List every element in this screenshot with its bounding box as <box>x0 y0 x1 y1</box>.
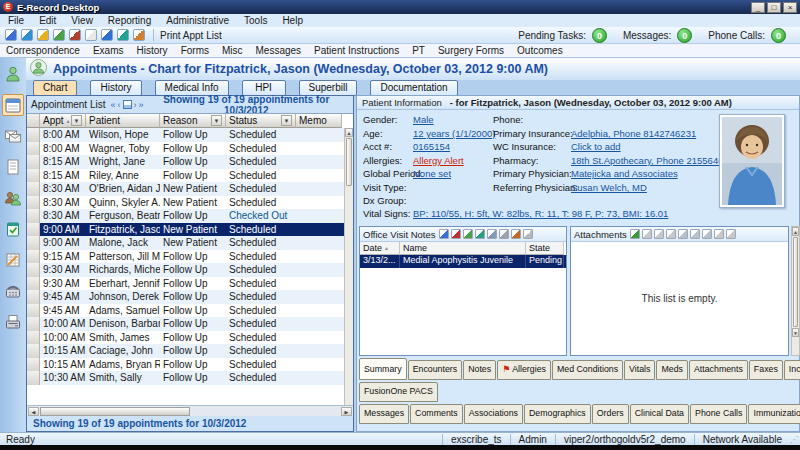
row-selector[interactable] <box>27 169 40 183</box>
chart-tab-documentation[interactable]: Documentation <box>370 80 457 96</box>
row-selector[interactable] <box>27 236 40 250</box>
row-selector[interactable] <box>27 128 40 142</box>
patient-icon[interactable] <box>2 63 24 85</box>
scroll-thumb[interactable] <box>346 138 352 186</box>
web-icon[interactable] <box>101 29 113 41</box>
view-attachment-icon[interactable] <box>654 229 664 239</box>
tab-encounters[interactable]: Encounters <box>408 360 463 380</box>
nav-item-forms[interactable]: Forms <box>181 45 209 56</box>
appointment-row[interactable]: 8:30 AMO'Brien, Aidan J.New PatientSched… <box>27 182 344 196</box>
scroll-up-icon[interactable]: ▲ <box>345 128 353 137</box>
menu-item-tools[interactable]: Tools <box>244 15 267 26</box>
send-receive-icon[interactable] <box>117 29 129 41</box>
nav-item-history[interactable]: History <box>137 45 168 56</box>
appointment-row[interactable]: 9:45 AMJohnson, DerekFollow UpScheduled <box>27 290 344 304</box>
column-header-memo[interactable]: Memo <box>296 114 342 128</box>
favorites-icon[interactable] <box>37 29 49 41</box>
scroll-right-icon[interactable]: ▶ <box>341 407 352 416</box>
appointment-row[interactable]: 9:30 AMEberhart, JenniferFollow UpSchedu… <box>27 277 344 291</box>
note-row[interactable]: 3/13/2...Medial Apophysitis JuvenilePend… <box>360 255 566 268</box>
tab-faxes[interactable]: Faxes <box>749 360 783 380</box>
scan-attachment-icon[interactable] <box>714 229 724 239</box>
appointment-row[interactable]: 10:00 AMDenison, BarbaraFollow UpSchedul… <box>27 317 344 331</box>
appointment-row[interactable]: 10:00 AMSmith, JamesFollow UpScheduled <box>27 331 344 345</box>
appointments-icon[interactable] <box>2 94 24 116</box>
next-appointment-icon[interactable]: › <box>134 100 137 110</box>
email-note-icon[interactable] <box>487 229 497 239</box>
hscroll-thumb[interactable] <box>40 407 190 416</box>
notes-column-name[interactable]: Name <box>400 242 526 255</box>
tab-associations[interactable]: Associations <box>464 404 523 424</box>
nav-item-misc[interactable]: Misc <box>222 45 243 56</box>
print-all-icon[interactable] <box>523 229 533 239</box>
tab-notes[interactable]: Notes <box>463 360 496 380</box>
scroll-up-icon[interactable]: ▲ <box>792 227 799 236</box>
appointment-row[interactable]: 8:00 AMWagner, TobyFollow UpScheduled <box>27 142 344 156</box>
import-note-icon[interactable] <box>475 229 485 239</box>
appointment-row[interactable]: 9:45 AMAdams, SamuelFollow UpScheduled <box>27 304 344 318</box>
email-attachment-icon[interactable] <box>678 229 688 239</box>
print-attachment-icon[interactable] <box>690 229 700 239</box>
copy-forward-icon[interactable] <box>463 229 473 239</box>
new-appointment-icon[interactable] <box>5 29 17 41</box>
menu-item-file[interactable]: File <box>8 15 24 26</box>
appointment-row[interactable]: 8:30 AMFerguson, BeatrizFollow UpChecked… <box>27 209 344 223</box>
filter-dropdown-icon[interactable]: ▼ <box>71 115 82 126</box>
edit-attachment-icon[interactable] <box>642 229 652 239</box>
field-value[interactable]: Matejicka and Associates <box>571 168 678 179</box>
badge-count[interactable]: 0 <box>677 28 692 43</box>
scroll-thumb[interactable] <box>793 237 798 327</box>
row-selector[interactable] <box>27 317 40 331</box>
menu-item-help[interactable]: Help <box>282 15 303 26</box>
row-selector[interactable] <box>27 196 40 210</box>
calendar-picker-icon[interactable] <box>123 100 132 109</box>
edit-note-icon[interactable] <box>439 229 449 239</box>
filter-dropdown-icon[interactable]: ▼ <box>211 115 222 126</box>
row-selector[interactable] <box>27 209 40 223</box>
nav-item-patient-instructions[interactable]: Patient Instructions <box>314 45 399 56</box>
tab-demographics[interactable]: Demographics <box>524 404 591 424</box>
tab-allergies[interactable]: ⚑Allergies <box>497 360 551 380</box>
sync-icon[interactable] <box>21 29 33 41</box>
appointment-row[interactable]: 9:30 AMRichards, MichelleFollow UpSchedu… <box>27 263 344 277</box>
nav-item-messages[interactable]: Messages <box>256 45 302 56</box>
field-value[interactable]: Allergy Alert <box>413 155 464 166</box>
panel-vscrollbar[interactable]: ▲ ▼ <box>791 226 800 356</box>
menu-item-administrative[interactable]: Administrative <box>166 15 229 26</box>
filter-dropdown-icon[interactable]: ▼ <box>281 115 292 126</box>
appointment-row[interactable]: 10:30 AMSmith, SallyFollow UpScheduled <box>27 371 344 385</box>
appointment-vscrollbar[interactable]: ▲ <box>344 128 353 405</box>
appointment-row[interactable]: 8:30 AMQuinn, Skyler A.New PatientSchedu… <box>27 196 344 210</box>
row-selector[interactable] <box>27 155 40 169</box>
print-appt-list-button[interactable]: Print Appt List <box>160 30 222 41</box>
export-chart-icon[interactable] <box>53 29 65 41</box>
tab-phone-calls[interactable]: Phone Calls <box>690 404 747 424</box>
notes-icon[interactable] <box>2 156 24 178</box>
schedule-icon[interactable] <box>2 249 24 271</box>
print-appt-icon[interactable] <box>133 29 145 41</box>
maximize-button[interactable]: □ <box>767 2 781 13</box>
badge-count[interactable]: 0 <box>771 28 786 43</box>
row-selector[interactable] <box>27 290 40 304</box>
field-value[interactable]: Click to add <box>571 141 621 152</box>
row-selector[interactable] <box>27 142 40 156</box>
addendum-icon[interactable] <box>511 229 521 239</box>
row-selector[interactable] <box>27 304 40 318</box>
appointment-hscrollbar[interactable]: ◀ ▶ <box>27 405 353 416</box>
appointment-row[interactable]: 9:15 AMPatterson, Jill MarieFollow UpSch… <box>27 250 344 264</box>
fax-icon[interactable] <box>2 311 24 333</box>
vitals-value[interactable]: BP: 110/55, H: 5ft, W: 82lbs, R: 11, T: … <box>413 208 668 219</box>
nav-item-exams[interactable]: Exams <box>93 45 124 56</box>
nav-item-outcomes[interactable]: Outcomes <box>517 45 563 56</box>
row-selector[interactable] <box>27 331 40 345</box>
nav-item-surgery-forms[interactable]: Surgery Forms <box>438 45 504 56</box>
tab-meds[interactable]: Meds <box>656 360 688 380</box>
menu-item-reporting[interactable]: Reporting <box>108 15 151 26</box>
chart-tab-chart[interactable]: Chart <box>33 80 77 96</box>
previous-appointment-icon[interactable]: ‹ <box>118 100 121 110</box>
field-value[interactable]: Adelphia, Phone 8142746231 <box>571 128 696 139</box>
nav-item-pt[interactable]: PT <box>412 45 425 56</box>
first-appointment-icon[interactable]: « <box>111 100 116 110</box>
tab-messages[interactable]: Messages <box>359 404 409 424</box>
field-value[interactable]: 0165154 <box>413 141 450 152</box>
